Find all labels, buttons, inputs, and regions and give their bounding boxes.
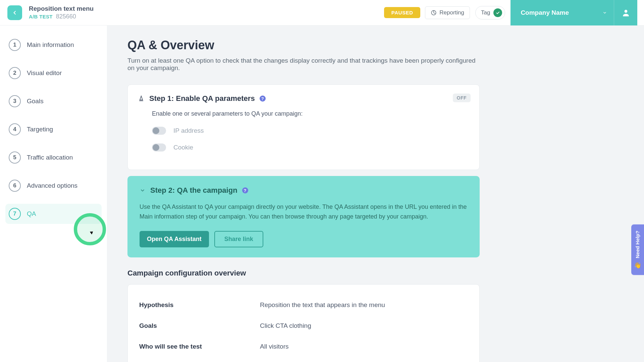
info-icon[interactable]: ? <box>242 187 248 193</box>
cursor-highlight <box>74 213 106 245</box>
title-block: Reposition text menu A/B TEST 825660 <box>29 5 94 20</box>
sidebar-step-targeting[interactable]: 4 Targeting <box>5 119 102 139</box>
campaign-title: Reposition text menu <box>29 5 94 12</box>
sidebar-step-traffic-allocation[interactable]: 5 Traffic allocation <box>5 147 102 168</box>
step2-desc: Use the QA Assistant to QA your campaign… <box>140 202 468 222</box>
step1-card: OFF Step 1: Enable QA parameters ? Enabl… <box>127 84 480 170</box>
info-icon[interactable]: ? <box>260 96 266 102</box>
status-badge[interactable]: PAUSED <box>384 7 420 18</box>
arrow-left-icon <box>11 9 18 16</box>
ip-address-label: IP address <box>173 127 204 134</box>
tag-pill[interactable]: Tag <box>475 6 505 19</box>
overview-row: Who will see the test All visitors <box>139 336 468 357</box>
sidebar: 1 Main information 2 Visual editor 3 Goa… <box>0 25 107 362</box>
sidebar-step-main-information[interactable]: 1 Main information <box>5 35 102 55</box>
step2-card: Step 2: QA the campaign ? Use the QA Ass… <box>127 176 480 257</box>
check-icon <box>493 8 502 17</box>
cookie-label: Cookie <box>173 144 193 151</box>
cookie-toggle[interactable] <box>152 143 166 152</box>
svg-point-1 <box>624 10 627 13</box>
page-description: Turn on at least one QA option to check … <box>127 57 480 72</box>
sidebar-step-advanced-options[interactable]: 6 Advanced options <box>5 176 102 196</box>
main-content: QA & Overview Turn on at least one QA op… <box>107 25 644 362</box>
user-menu[interactable] <box>614 0 637 25</box>
chevron-down-icon[interactable] <box>140 187 146 193</box>
overview-row: Goals Click CTA clothing <box>139 315 468 336</box>
step2-title: Step 2: QA the campaign <box>150 186 237 195</box>
test-type-badge: A/B TEST <box>29 14 53 19</box>
reporting-button[interactable]: Reporting <box>425 6 470 19</box>
overview-title: Campaign configuration overview <box>127 269 624 278</box>
cone-icon <box>138 95 145 102</box>
step1-title: Step 1: Enable QA parameters <box>149 94 255 103</box>
chevron-down-icon <box>602 10 607 15</box>
need-help-tab[interactable]: 👋 Need Help? <box>631 225 644 275</box>
overview-card: Hypothesis Reposition the text that appe… <box>127 284 480 362</box>
ip-address-toggle[interactable] <box>152 127 166 135</box>
top-bar: Reposition text menu A/B TEST 825660 PAU… <box>0 0 644 25</box>
sidebar-step-goals[interactable]: 3 Goals <box>5 91 102 111</box>
reporting-icon <box>431 10 437 16</box>
share-link-button[interactable]: Share link <box>214 231 263 247</box>
wave-icon: 👋 <box>634 262 641 269</box>
user-icon <box>622 8 630 17</box>
open-qa-assistant-button[interactable]: Open QA Assistant <box>140 231 209 247</box>
off-badge: OFF <box>453 94 471 102</box>
step1-desc: Enable one or several parameters to QA y… <box>152 110 469 117</box>
page-title: QA & Overview <box>127 38 624 52</box>
back-button[interactable] <box>7 5 22 20</box>
sidebar-step-visual-editor[interactable]: 2 Visual editor <box>5 63 102 83</box>
test-id: 825660 <box>56 13 76 20</box>
overview-row: Hypothesis Reposition the text that appe… <box>139 295 468 315</box>
company-dropdown[interactable]: Company Name <box>511 0 614 25</box>
